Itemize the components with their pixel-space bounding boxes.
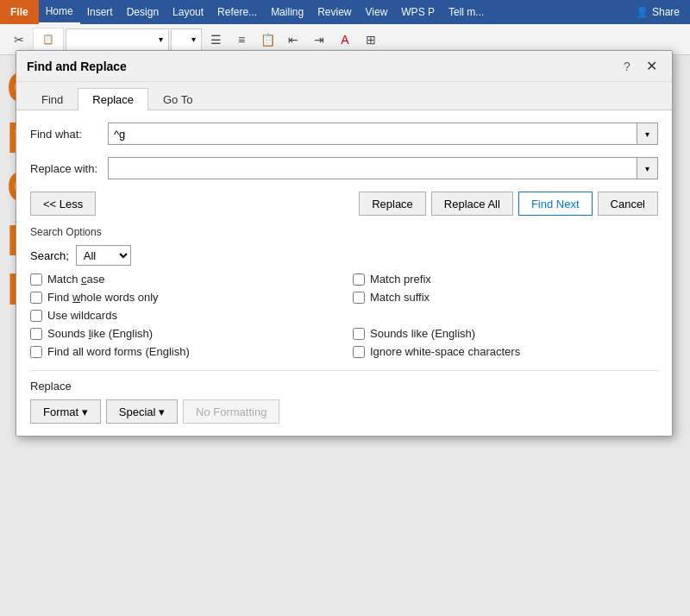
replace-all-button[interactable]: Replace All (431, 192, 513, 216)
sounds-like-label: Sounds like (English) (47, 327, 153, 340)
all-word-forms-checkbox[interactable]: Find all word forms (English) (30, 345, 336, 358)
match-prefix-input[interactable] (353, 273, 365, 286)
replace-tab[interactable]: Replace (78, 88, 148, 110)
wps-menu-item[interactable]: WPS P (394, 0, 442, 24)
replace-format-buttons: Format ▾ Special ▾ No Formatting (30, 399, 658, 424)
ribbon-font-select[interactable]: ▾ (66, 28, 169, 51)
replace-button[interactable]: Replace (359, 192, 426, 216)
ignore-punct-checkbox[interactable]: Sounds like (English) (353, 327, 658, 340)
ribbon-increase-indent-btn[interactable]: ⇥ (307, 28, 331, 52)
replace-with-row: Replace with: ▾ (30, 157, 658, 179)
references-menu-item[interactable]: Refere... (210, 0, 264, 24)
dialog-title: Find and Replace (27, 60, 617, 73)
search-options-title: Search Options (30, 226, 658, 238)
ribbon-decrease-indent-btn[interactable]: ⇤ (281, 28, 305, 52)
dialog-help-button[interactable]: ? (617, 56, 637, 77)
find-tab[interactable]: Find (27, 88, 78, 110)
find-what-label: Find what: (30, 128, 108, 141)
goto-tab[interactable]: Go To (148, 88, 207, 110)
action-buttons-row: << Less Replace Replace All Find Next Ca… (30, 192, 658, 216)
sounds-like-checkbox[interactable]: Sounds like (English) (30, 327, 336, 340)
match-suffix-input[interactable] (353, 292, 365, 304)
ribbon-size-select[interactable]: ▾ (171, 28, 202, 51)
share-button[interactable]: 👤 Share (625, 0, 690, 24)
ribbon-more-btn[interactable]: ⊞ (359, 28, 383, 52)
replace-with-dropdown[interactable]: ▾ (637, 157, 658, 179)
match-prefix-checkbox[interactable]: Match prefix (353, 273, 658, 286)
ribbon-font-color-btn[interactable]: A (333, 28, 357, 52)
mailings-menu-item[interactable]: Mailing (264, 0, 310, 24)
insert-menu-item[interactable]: Insert (80, 0, 120, 24)
dialog-controls: ? ✕ (617, 56, 662, 77)
cancel-button[interactable]: Cancel (598, 192, 658, 216)
match-suffix-checkbox[interactable]: Match suffix (353, 291, 658, 304)
home-menu-item[interactable]: Home (39, 0, 80, 24)
find-replace-dialog: Find and Replace ? ✕ Find Replace Go To … (16, 50, 673, 437)
sounds-like-input[interactable] (30, 328, 42, 340)
design-menu-item[interactable]: Design (120, 0, 166, 24)
dialog-body: Find what: ▾ Replace with: ▾ << Less Rep… (16, 110, 672, 436)
match-case-checkbox[interactable]: Match case (30, 273, 336, 286)
whole-words-input[interactable] (30, 292, 42, 304)
search-select-label: Search; (30, 249, 69, 262)
ignore-space-label: Ignore white-space characters (370, 345, 520, 358)
all-word-forms-label: Find all word forms (English) (47, 345, 190, 358)
ignore-space-checkbox[interactable]: Ignore white-space characters (353, 345, 658, 358)
ignore-punct-label: Sounds like (English) (370, 327, 475, 340)
search-select-row: Search; All Up Down (30, 245, 658, 266)
person-icon: 👤 (636, 6, 649, 18)
less-button[interactable]: << Less (30, 192, 96, 216)
dialog-title-bar: Find and Replace ? ✕ (16, 51, 672, 82)
ignore-punct-input[interactable] (353, 328, 365, 340)
match-case-label: Match case (47, 273, 104, 286)
wildcards-checkbox[interactable]: Use wildcards (30, 309, 336, 322)
ribbon-cut-btn[interactable]: ✂ (7, 28, 31, 52)
wildcards-label: Use wildcards (47, 309, 117, 322)
format-button[interactable]: Format ▾ (30, 399, 101, 424)
find-what-input[interactable] (108, 123, 637, 145)
match-suffix-label: Match suffix (370, 291, 430, 304)
whole-words-label: Find whole words only (47, 291, 159, 304)
dialog-tabs: Find Replace Go To (16, 82, 672, 110)
all-word-forms-input[interactable] (30, 346, 42, 358)
search-options-checkboxes: Match case Match prefix Find whole words… (30, 273, 658, 358)
ribbon-list3-btn[interactable]: 📋 (255, 28, 279, 52)
tell-me-input[interactable]: Tell m... (442, 0, 491, 24)
wildcards-input[interactable] (30, 310, 42, 322)
replace-with-input[interactable] (108, 157, 637, 179)
match-prefix-label: Match prefix (370, 273, 431, 286)
replace-with-label: Replace with: (30, 162, 108, 175)
match-case-input[interactable] (30, 273, 42, 286)
find-what-row: Find what: ▾ (30, 123, 658, 145)
ignore-space-input[interactable] (353, 346, 365, 358)
search-select[interactable]: All Up Down (76, 245, 131, 266)
find-next-button[interactable]: Find Next (518, 192, 593, 216)
ribbon-list-btn[interactable]: ☰ (204, 28, 228, 52)
whole-words-checkbox[interactable]: Find whole words only (30, 291, 336, 304)
replace-section-title: Replace (30, 380, 658, 393)
find-what-dropdown[interactable]: ▾ (637, 123, 658, 145)
file-menu-btn[interactable]: File (0, 0, 39, 24)
ribbon-paste-area: 📋 (33, 28, 64, 52)
no-formatting-button: No Formatting (183, 399, 279, 424)
special-button[interactable]: Special ▾ (106, 399, 178, 424)
replace-section: Replace Format ▾ Special ▾ No Formatting (30, 370, 658, 424)
dialog-close-button[interactable]: ✕ (641, 56, 662, 77)
ribbon-list2-btn[interactable]: ≡ (229, 28, 254, 52)
review-menu-item[interactable]: Review (310, 0, 358, 24)
view-menu-item[interactable]: View (359, 0, 395, 24)
layout-menu-item[interactable]: Layout (166, 0, 210, 24)
